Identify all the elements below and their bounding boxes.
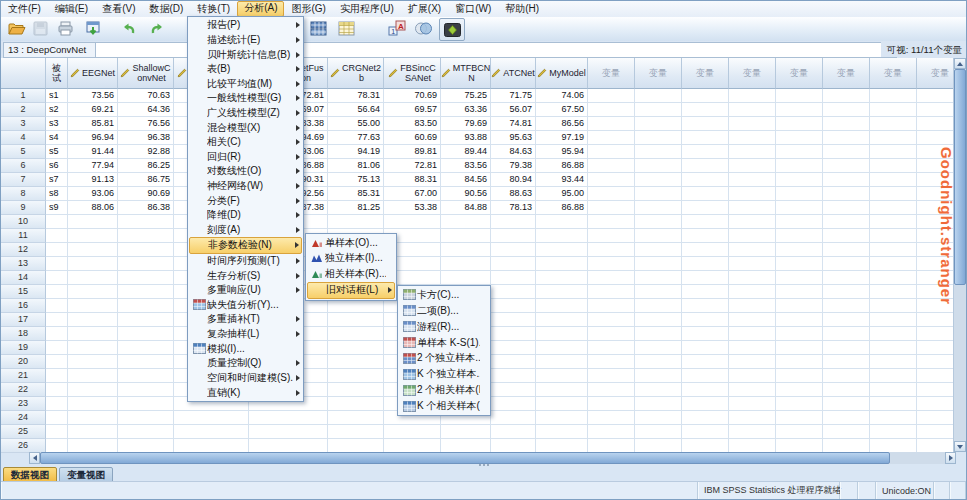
cell[interactable]: 89.44 xyxy=(441,145,491,159)
analyze-item-7[interactable]: 广义线性模型(Z) xyxy=(189,106,302,121)
row-header-26[interactable]: 26 xyxy=(1,439,46,453)
cell[interactable] xyxy=(776,411,823,425)
menubar-item-9[interactable]: 扩展(X) xyxy=(401,1,448,17)
vertical-scroll-thumb[interactable] xyxy=(954,69,966,285)
cell[interactable] xyxy=(823,145,870,159)
cell[interactable]: 79.38 xyxy=(491,159,536,173)
recall-dialogs-icon[interactable] xyxy=(81,18,105,39)
cell[interactable] xyxy=(635,285,682,299)
cell[interactable] xyxy=(682,313,729,327)
cell[interactable] xyxy=(68,397,118,411)
cell[interactable] xyxy=(441,425,491,439)
cell[interactable] xyxy=(823,383,870,397)
cell[interactable]: 53.38 xyxy=(384,201,441,215)
cell[interactable] xyxy=(118,369,174,383)
cell[interactable] xyxy=(491,439,536,453)
scroll-left-icon[interactable] xyxy=(29,452,40,464)
cell[interactable] xyxy=(588,341,635,355)
cell[interactable] xyxy=(46,215,68,229)
analyze-item-2[interactable]: 描述统计(E) xyxy=(189,33,302,48)
cell[interactable] xyxy=(588,355,635,369)
analyze-item-22[interactable]: 复杂抽样(L) xyxy=(189,327,302,342)
analyze-item-11[interactable]: 对数线性(O) xyxy=(189,164,302,179)
cell[interactable] xyxy=(536,271,588,285)
cell[interactable] xyxy=(870,257,917,271)
cell[interactable] xyxy=(823,229,870,243)
cell[interactable] xyxy=(635,355,682,369)
cell[interactable]: 88.31 xyxy=(384,173,441,187)
cell[interactable] xyxy=(823,215,870,229)
cell[interactable] xyxy=(823,411,870,425)
cell[interactable] xyxy=(536,411,588,425)
print-icon[interactable] xyxy=(53,18,77,39)
cell[interactable] xyxy=(917,327,956,341)
cell[interactable] xyxy=(118,327,174,341)
cell[interactable] xyxy=(588,201,635,215)
cell[interactable] xyxy=(118,341,174,355)
scroll-up-icon[interactable] xyxy=(954,58,966,69)
cell[interactable] xyxy=(729,257,776,271)
cell[interactable] xyxy=(682,299,729,313)
legacy-item-8[interactable]: K 个相关样本(S)... xyxy=(399,398,489,414)
nonparametric-item-3[interactable]: 相关样本(R)... xyxy=(307,266,395,282)
cell[interactable] xyxy=(118,355,174,369)
cell[interactable] xyxy=(118,271,174,285)
cell[interactable] xyxy=(870,355,917,369)
cell[interactable]: 78.31 xyxy=(328,89,384,103)
cell[interactable]: 83.50 xyxy=(384,117,441,131)
cell[interactable] xyxy=(682,187,729,201)
cell[interactable] xyxy=(118,299,174,313)
cell[interactable] xyxy=(328,327,384,341)
menubar-item-2[interactable]: 编辑(E) xyxy=(48,1,95,17)
cell[interactable] xyxy=(118,285,174,299)
horizontal-scrollbar[interactable] xyxy=(29,452,956,464)
cell[interactable] xyxy=(491,271,536,285)
analyze-item-4[interactable]: 表(B) xyxy=(189,62,302,77)
cell[interactable] xyxy=(328,341,384,355)
cell[interactable] xyxy=(588,425,635,439)
cell[interactable] xyxy=(588,229,635,243)
cell[interactable] xyxy=(635,383,682,397)
cell[interactable] xyxy=(729,173,776,187)
cell[interactable]: 79.69 xyxy=(441,117,491,131)
cell[interactable] xyxy=(870,369,917,383)
open-data-icon[interactable] xyxy=(5,18,29,39)
analyze-item-9[interactable]: 相关(C) xyxy=(189,135,302,150)
cell[interactable]: 96.94 xyxy=(68,131,118,145)
cell[interactable] xyxy=(729,327,776,341)
cell[interactable] xyxy=(68,411,118,425)
cell[interactable] xyxy=(635,439,682,453)
undo-icon[interactable] xyxy=(117,18,141,39)
cell[interactable] xyxy=(46,313,68,327)
cell[interactable]: s8 xyxy=(46,187,68,201)
row-header-16[interactable]: 16 xyxy=(1,299,46,313)
cell[interactable] xyxy=(635,425,682,439)
cell[interactable] xyxy=(729,271,776,285)
analyze-item-19[interactable]: 多重响应(U) xyxy=(189,283,302,298)
cell[interactable] xyxy=(776,355,823,369)
pane-splitter[interactable] xyxy=(479,464,493,467)
cell[interactable] xyxy=(870,439,917,453)
cell[interactable] xyxy=(682,215,729,229)
cell[interactable] xyxy=(682,397,729,411)
cell[interactable]: s3 xyxy=(46,117,68,131)
cell[interactable] xyxy=(46,257,68,271)
scroll-right-icon[interactable] xyxy=(945,452,956,464)
menubar-item-7[interactable]: 图形(G) xyxy=(284,1,332,17)
cell[interactable] xyxy=(823,355,870,369)
cell[interactable] xyxy=(46,411,68,425)
cell[interactable] xyxy=(729,145,776,159)
cell[interactable]: 88.06 xyxy=(68,201,118,215)
cell[interactable] xyxy=(635,103,682,117)
cell[interactable] xyxy=(635,201,682,215)
cell[interactable]: 84.56 xyxy=(441,173,491,187)
analyze-item-17[interactable]: 时间序列预测(T) xyxy=(189,254,302,269)
cell[interactable] xyxy=(588,117,635,131)
cell[interactable] xyxy=(536,257,588,271)
cell[interactable] xyxy=(776,299,823,313)
cell[interactable] xyxy=(328,397,384,411)
cell[interactable]: 75.13 xyxy=(328,173,384,187)
cell[interactable] xyxy=(491,215,536,229)
cell[interactable] xyxy=(635,397,682,411)
cell[interactable] xyxy=(776,145,823,159)
